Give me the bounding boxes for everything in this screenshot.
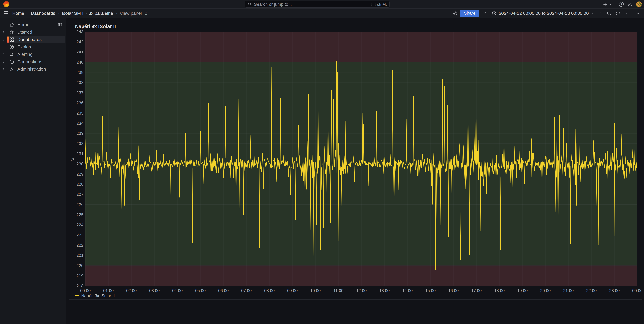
legend-item[interactable]: Napětí 3x ISolar II bbox=[75, 293, 115, 298]
plug-icon bbox=[9, 59, 14, 64]
chevron-right-icon[interactable] bbox=[0, 58, 8, 66]
x-axis-tick: 19:00 bbox=[515, 288, 530, 293]
breadcrumb-separator: › bbox=[27, 11, 28, 16]
page-toolbar: Home›Dashboards›Isolar SM II - 3x parale… bbox=[0, 8, 644, 18]
news-rss-icon bbox=[627, 2, 632, 7]
sidebar-item-connections[interactable]: Connections bbox=[0, 58, 66, 66]
help-button[interactable]: ? bbox=[619, 1, 624, 8]
sidebar-item-starred[interactable]: Starred bbox=[0, 28, 66, 36]
y-axis-tick: 231 bbox=[70, 152, 84, 156]
x-axis-tick: 04:00 bbox=[170, 288, 185, 293]
x-axis-tick: 11:00 bbox=[331, 288, 346, 293]
apps-icon bbox=[9, 37, 14, 42]
x-axis-tick: 14:00 bbox=[400, 288, 415, 293]
x-axis-tick: 10:00 bbox=[308, 288, 323, 293]
y-axis-tick: 234 bbox=[70, 121, 84, 125]
time-shift-back-button[interactable] bbox=[482, 10, 489, 17]
dock-icon[interactable] bbox=[58, 22, 62, 27]
timeseries-chart[interactable] bbox=[86, 32, 638, 286]
panel-settings-button[interactable] bbox=[452, 10, 459, 17]
mega-menu-toggle-button[interactable] bbox=[2, 10, 10, 17]
y-axis-tick: 241 bbox=[70, 50, 84, 54]
x-axis-tick: 20:00 bbox=[538, 288, 553, 293]
chevron-up-icon bbox=[636, 12, 640, 15]
keyboard-icon bbox=[371, 2, 376, 6]
y-axis-tick: 238 bbox=[70, 80, 84, 84]
clock-icon bbox=[492, 11, 496, 16]
help-icon: ? bbox=[619, 2, 624, 7]
time-range-picker[interactable]: 2024-04-12 00:00:00 to 2024-04-13 00:00:… bbox=[490, 10, 596, 17]
sidebar-item-explore[interactable]: Explore bbox=[0, 43, 66, 51]
x-axis-tick: 16:00 bbox=[446, 288, 461, 293]
panel-title[interactable]: Napětí 3x ISolar II bbox=[75, 24, 116, 29]
chevron-right-icon[interactable] bbox=[0, 36, 8, 43]
y-axis-tick: 225 bbox=[70, 213, 84, 217]
sidebar-item-label: Home bbox=[17, 22, 30, 27]
grafana-logo[interactable] bbox=[3, 1, 9, 7]
y-axis-label: V bbox=[70, 156, 76, 162]
sidebar-item-label: Connections bbox=[17, 59, 42, 64]
user-avatar[interactable] bbox=[636, 2, 642, 7]
legend-series-swatch bbox=[75, 295, 79, 296]
x-axis-tick: 07:00 bbox=[239, 288, 254, 293]
x-axis-tick: 18:00 bbox=[492, 288, 507, 293]
breadcrumb-item[interactable]: Home bbox=[12, 11, 24, 16]
add-new-button[interactable] bbox=[603, 1, 612, 8]
zoom-out-icon bbox=[607, 11, 612, 16]
y-axis-tick: 220 bbox=[70, 264, 84, 268]
sidebar-item-dashboards[interactable]: Dashboards bbox=[0, 36, 66, 43]
y-axis-tick: 223 bbox=[70, 233, 84, 237]
y-axis-tick: 219 bbox=[70, 274, 84, 278]
x-axis-tick: 06:00 bbox=[216, 288, 231, 293]
sidebar-item-label: Administration bbox=[17, 66, 46, 72]
y-axis-tick: 227 bbox=[70, 192, 84, 196]
breadcrumb-separator: › bbox=[58, 11, 59, 16]
refresh-button[interactable] bbox=[614, 10, 622, 17]
breadcrumb-item[interactable]: Dashboards bbox=[31, 11, 55, 16]
chevron-right-icon[interactable] bbox=[0, 28, 8, 36]
x-axis-tick: 02:00 bbox=[124, 288, 139, 293]
sidebar-item-alerting[interactable]: Alerting bbox=[0, 51, 66, 58]
x-axis-tick: 15:00 bbox=[423, 288, 438, 293]
kiosk-collapse-button[interactable] bbox=[634, 10, 642, 17]
sidebar-item-home[interactable]: Home bbox=[0, 21, 66, 28]
chevron-right-icon[interactable] bbox=[0, 51, 8, 58]
refresh-interval-button[interactable] bbox=[623, 10, 630, 17]
x-axis-tick: 09:00 bbox=[285, 288, 300, 293]
time-shift-forward-button[interactable] bbox=[597, 10, 604, 17]
y-axis-tick: 233 bbox=[70, 131, 84, 136]
home-icon bbox=[9, 22, 14, 28]
y-axis-tick: 222 bbox=[70, 243, 84, 247]
y-axis-tick: 240 bbox=[70, 60, 84, 64]
breadcrumb: Home›Dashboards›Isolar SM II - 3x parale… bbox=[12, 11, 142, 16]
star-panel-button[interactable]: ☆ bbox=[144, 11, 148, 16]
chevron-down-icon bbox=[625, 12, 628, 15]
y-axis-tick: 239 bbox=[70, 70, 84, 74]
share-button[interactable]: Share bbox=[460, 10, 479, 17]
gear-icon bbox=[452, 10, 458, 16]
chevron-placeholder bbox=[0, 43, 8, 51]
news-button[interactable] bbox=[627, 1, 632, 8]
y-axis-tick: 226 bbox=[70, 202, 84, 206]
y-axis-tick: 224 bbox=[70, 223, 84, 227]
y-axis-tick: 230 bbox=[70, 162, 84, 166]
x-axis-tick: 08:00 bbox=[262, 288, 277, 293]
x-axis-tick: 22:00 bbox=[584, 288, 599, 293]
y-axis-tick: 237 bbox=[70, 90, 84, 95]
y-axis-tick: 242 bbox=[70, 40, 84, 44]
zoom-out-time-button[interactable] bbox=[606, 10, 613, 17]
y-axis-tick: 236 bbox=[70, 101, 84, 105]
sidebar-item-label: Starred bbox=[17, 30, 32, 35]
bell-icon bbox=[9, 52, 14, 57]
breadcrumb-item[interactable]: Isolar SM II - 3x paralelně bbox=[62, 11, 113, 16]
x-axis-tick: 13:00 bbox=[377, 288, 392, 293]
search-input[interactable]: Search or jump to... ctrl+k bbox=[245, 1, 390, 8]
x-axis-tick: 23:00 bbox=[607, 288, 622, 293]
chevron-right-icon[interactable] bbox=[0, 66, 8, 73]
x-axis-tick: 05:00 bbox=[193, 288, 208, 293]
gear-icon bbox=[9, 66, 14, 72]
sidebar-item-administration[interactable]: Administration bbox=[0, 66, 66, 73]
y-axis-tick: 235 bbox=[70, 111, 84, 115]
sidebar-item-label: Dashboards bbox=[17, 37, 42, 42]
y-axis-tick: 221 bbox=[70, 253, 84, 258]
